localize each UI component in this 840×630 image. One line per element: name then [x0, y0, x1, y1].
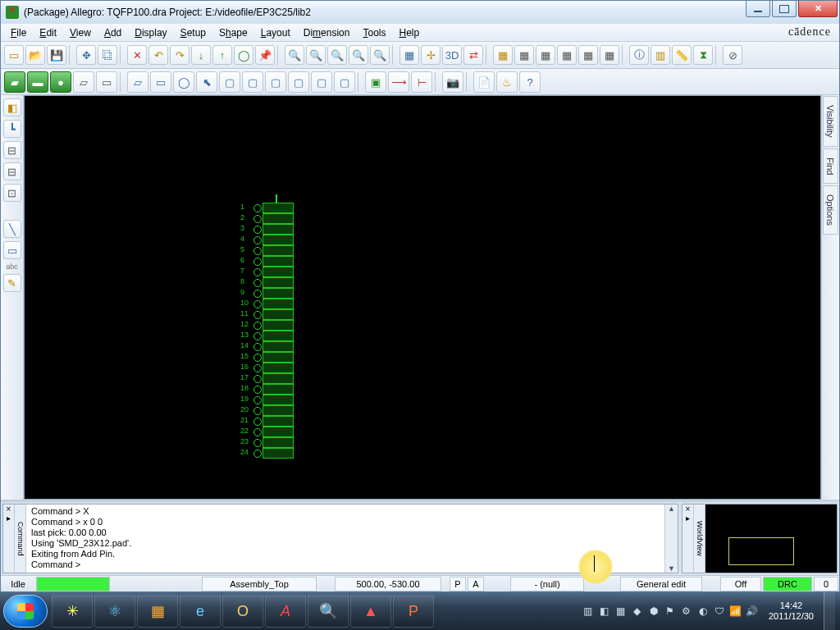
tool-e-icon[interactable]: ▦ — [600, 45, 619, 65]
pin[interactable] — [262, 405, 294, 416]
shape-h-icon[interactable]: ▢ — [311, 71, 332, 93]
tray-icon[interactable]: ▥ — [582, 605, 595, 618]
menu-display[interactable]: Display — [128, 25, 173, 40]
pin[interactable] — [262, 331, 294, 341]
shape-circle-filled-icon[interactable]: ● — [50, 71, 71, 93]
dim-h-icon[interactable]: ⟶ — [388, 71, 409, 93]
command-log[interactable]: Command > XCommand > x 0 0last pick: 0.0… — [26, 504, 664, 573]
status-grid[interactable]: Off — [720, 577, 761, 591]
stop-icon[interactable]: ⊘ — [723, 45, 742, 65]
start-button[interactable] — [3, 595, 48, 628]
close-button[interactable] — [798, 1, 838, 17]
shape-i-icon[interactable]: ▢ — [334, 71, 355, 93]
shape-poly-filled-icon[interactable]: ▰ — [4, 71, 25, 93]
zoom-prev-icon[interactable]: 🔍 — [370, 45, 390, 65]
undo-icon[interactable]: ↶ — [148, 45, 168, 65]
redo-icon[interactable]: ↷ — [170, 45, 189, 65]
tab-visibility[interactable]: Visibility — [823, 96, 838, 147]
pin[interactable] — [262, 320, 294, 331]
menu-shape[interactable]: Shape — [212, 25, 254, 40]
pin[interactable] — [262, 437, 294, 448]
tool-d-icon[interactable]: ▦ — [578, 45, 598, 65]
status-editmode[interactable]: General edit — [620, 577, 702, 591]
status-drc[interactable]: DRC — [763, 577, 812, 591]
status-layer[interactable]: Assembly_Top — [202, 577, 317, 591]
tray-clock[interactable]: 14:42 2011/12/30 — [764, 600, 819, 622]
report-icon[interactable]: ▥ — [651, 45, 670, 65]
status-p-button[interactable]: P — [450, 577, 466, 591]
pin[interactable] — [262, 277, 294, 288]
task-outlook-icon[interactable]: O — [222, 595, 263, 628]
save-icon[interactable]: 💾 — [47, 45, 66, 65]
menu-setup[interactable]: Setup — [174, 25, 212, 40]
tray-icon[interactable]: 🛡 — [713, 605, 726, 618]
pin[interactable] — [262, 384, 294, 395]
measure-icon[interactable]: 📏 — [672, 45, 692, 65]
shape-rect-filled-icon[interactable]: ▬ — [27, 71, 48, 93]
menu-add[interactable]: Add — [98, 25, 128, 40]
lt-text-icon[interactable]: abc — [6, 262, 18, 271]
shape-f-icon[interactable]: ▢ — [265, 71, 286, 93]
command-scrollbar[interactable]: ▲▼ — [664, 504, 678, 573]
tab-find[interactable]: Find — [823, 148, 838, 184]
shape-rect-line-icon[interactable]: ▭ — [96, 71, 117, 93]
3d-icon[interactable]: 3D — [442, 45, 462, 65]
design-canvas[interactable] — [24, 95, 821, 500]
lt-a-icon[interactable]: ⊟ — [3, 141, 21, 159]
prev-icon[interactable]: ↓ — [191, 45, 211, 65]
status-coords[interactable]: 500.00, -530.00 — [335, 577, 441, 591]
tray-network-icon[interactable]: 📶 — [729, 605, 742, 618]
cross-icon[interactable]: ✢ — [421, 45, 441, 65]
pin[interactable] — [262, 235, 294, 245]
pin[interactable] — [262, 416, 294, 427]
shape-c-icon[interactable]: ◯ — [173, 71, 194, 93]
tool-b-icon[interactable]: ▦ — [536, 45, 555, 65]
tray-icon[interactable]: ⚑ — [664, 605, 677, 618]
info-icon[interactable]: ⓘ — [629, 45, 649, 65]
tray-icons[interactable]: ▥ ◧ ▦ ◆ ⬢ ⚑ ⚙ ◐ 🛡 📶 🔊 — [582, 605, 759, 618]
menu-dimension[interactable]: Dimension — [297, 25, 357, 40]
lt-line-icon[interactable]: ┗ — [3, 120, 21, 138]
status-a-button[interactable]: A — [468, 577, 484, 591]
grid-icon[interactable]: ▦ — [493, 45, 513, 65]
status-indicator-1[interactable] — [36, 577, 110, 591]
shape-select-icon[interactable]: ⬉ — [196, 71, 217, 93]
pin[interactable] — [262, 309, 294, 320]
pin[interactable] — [262, 341, 294, 352]
tray-volume-icon[interactable]: 🔊 — [746, 605, 759, 618]
show-desktop-button[interactable] — [824, 592, 835, 630]
command-close-icon[interactable]: ×▸ — [3, 504, 15, 573]
pin[interactable] — [262, 256, 294, 267]
new-icon[interactable]: ▭ — [4, 45, 24, 65]
menu-help[interactable]: Help — [393, 25, 427, 40]
place-icon[interactable]: ▣ — [365, 71, 386, 93]
misc-icon[interactable]: ♨ — [496, 71, 518, 93]
tool-c-icon[interactable]: ▦ — [557, 45, 577, 65]
task-allegro-icon[interactable]: ✳ — [52, 595, 93, 628]
dim-pt-icon[interactable]: ⊢ — [411, 71, 432, 93]
task-pdf-icon[interactable]: ▲ — [350, 595, 391, 628]
pin[interactable] — [262, 448, 294, 459]
worldview-tab[interactable]: WorldView — [694, 504, 705, 573]
next-icon[interactable]: ↑ — [212, 45, 232, 65]
lt-b-icon[interactable]: ⊟ — [3, 162, 21, 180]
menu-tools[interactable]: Tools — [356, 25, 392, 40]
task-search-icon[interactable]: 🔍 — [308, 595, 349, 628]
worldview-canvas[interactable] — [705, 504, 837, 573]
script-icon[interactable]: 📄 — [473, 71, 495, 93]
maximize-button[interactable] — [772, 1, 797, 17]
pin[interactable] — [262, 245, 294, 256]
tray-icon[interactable]: ⚙ — [680, 605, 693, 618]
tray-icon[interactable]: ◆ — [631, 605, 644, 618]
worldview-close-icon[interactable]: ×▸ — [682, 504, 694, 573]
lt-pencil-icon[interactable]: ✎ — [3, 274, 21, 292]
zoom-fit-icon[interactable]: 🔍 — [285, 45, 304, 65]
task-ie-icon[interactable]: e — [180, 595, 221, 628]
menu-file[interactable]: File — [4, 25, 33, 40]
pin[interactable] — [262, 267, 294, 277]
lt-draw-line-icon[interactable]: ╲ — [3, 220, 21, 238]
menu-view[interactable]: View — [63, 25, 98, 40]
tab-options[interactable]: Options — [823, 185, 838, 235]
task-app2-icon[interactable]: ⚛ — [94, 595, 135, 628]
pin[interactable] — [262, 288, 294, 299]
